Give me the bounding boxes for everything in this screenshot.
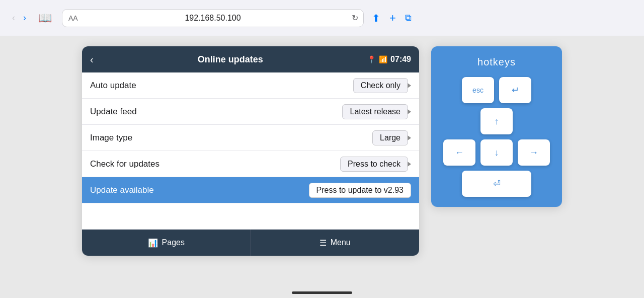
update-available-value-container: Press to update to v2.93 — [309, 183, 411, 198]
update-available-label: Update available — [90, 185, 154, 195]
right-key[interactable]: → — [518, 139, 550, 166]
space-icon: ⏎ — [493, 178, 501, 189]
enter-key[interactable]: ↵ — [499, 77, 531, 103]
image-type-label: Image type — [90, 133, 132, 143]
check-updates-row[interactable]: Check for updates Press to check — [82, 151, 419, 177]
left-icon: ← — [455, 147, 464, 158]
empty-row — [82, 203, 419, 230]
check-updates-value-container: Press to check — [340, 157, 411, 172]
menu-icon: ☰ — [319, 238, 327, 248]
esc-label: esc — [472, 86, 484, 94]
hotkeys-row-1: esc ↵ — [462, 77, 531, 103]
nav-buttons: ‹ › — [10, 11, 28, 25]
back-chevron-icon: ‹ — [90, 54, 94, 65]
bookmarks-icon[interactable]: 📖 — [38, 12, 52, 25]
down-icon: ↓ — [495, 147, 499, 158]
auto-update-label: Auto update — [90, 81, 136, 91]
auto-update-row[interactable]: Auto update Check only — [82, 72, 419, 99]
pages-button[interactable]: 📊 Pages — [82, 230, 251, 256]
hotkeys-panel: hotkeys esc ↵ ↑ — [431, 46, 562, 207]
auto-update-value: Check only — [353, 78, 408, 93]
auto-update-value-container: Check only — [353, 78, 411, 93]
url-text: 192.168.50.100 — [185, 14, 240, 23]
pages-label: Pages — [162, 238, 185, 247]
browser-chrome: ‹ › 📖 AA 192.168.50.100 ↻ ⬆ + ⧉ — [0, 0, 644, 36]
share-icon[interactable]: ⬆ — [372, 12, 380, 24]
menu-label: Menu — [331, 238, 351, 247]
tabs-icon[interactable]: ⧉ — [405, 13, 412, 23]
space-key[interactable]: ⏎ — [462, 171, 531, 197]
update-available-value: Press to update to v2.93 — [309, 183, 411, 198]
time-display: 07:49 — [390, 55, 411, 64]
aa-label[interactable]: AA — [68, 14, 78, 22]
device-title: Online updates — [198, 54, 263, 65]
enter-icon: ↵ — [512, 85, 519, 96]
reload-button[interactable]: ↻ — [352, 13, 358, 23]
image-type-arrow — [408, 135, 411, 140]
hotkeys-row-2: ↑ — [480, 108, 513, 134]
device-header: ‹ Online updates 📍 📶 07:49 — [82, 46, 419, 72]
back-button[interactable]: ‹ — [10, 11, 17, 25]
check-updates-label: Check for updates — [90, 159, 159, 169]
esc-key[interactable]: esc — [462, 77, 494, 103]
home-indicator — [292, 291, 352, 294]
auto-update-arrow — [408, 83, 411, 88]
settings-list: Auto update Check only Update feed Lates… — [82, 72, 419, 230]
image-type-row[interactable]: Image type Large — [82, 125, 419, 151]
image-type-value-container: Large — [372, 130, 411, 145]
status-icons: 📍 📶 07:49 — [367, 55, 411, 64]
update-feed-value: Latest release — [342, 104, 408, 119]
forward-button[interactable]: › — [21, 11, 28, 25]
down-key[interactable]: ↓ — [480, 139, 513, 166]
hotkeys-row-3: ← ↓ → — [443, 139, 550, 166]
update-feed-value-container: Latest release — [342, 104, 411, 119]
hotkeys-title: hotkeys — [477, 56, 516, 68]
image-type-value: Large — [372, 130, 408, 145]
address-bar[interactable]: AA 192.168.50.100 ↻ — [62, 9, 364, 27]
new-tab-icon[interactable]: + — [389, 12, 396, 25]
hotkeys-grid: esc ↵ ↑ ← — [439, 77, 554, 197]
pages-icon: 📊 — [148, 238, 158, 248]
right-icon: → — [529, 147, 538, 158]
device-back-button[interactable]: ‹ — [90, 54, 94, 65]
location-icon: 📍 — [367, 55, 376, 63]
up-key[interactable]: ↑ — [480, 108, 513, 134]
device-panel: ‹ Online updates 📍 📶 07:49 Auto update C… — [82, 46, 419, 256]
check-updates-arrow — [408, 162, 411, 167]
wifi-icon: 📶 — [379, 55, 387, 63]
device-footer: 📊 Pages ☰ Menu — [82, 230, 419, 256]
up-icon: ↑ — [495, 116, 499, 127]
left-key[interactable]: ← — [443, 139, 475, 166]
update-available-row[interactable]: Update available Press to update to v2.9… — [82, 177, 419, 203]
update-feed-arrow — [408, 109, 411, 114]
main-content: ‹ Online updates 📍 📶 07:49 Auto update C… — [0, 36, 644, 298]
hotkeys-row-4: ⏎ — [462, 171, 531, 197]
toolbar-actions: ⬆ + ⧉ — [372, 12, 412, 25]
menu-button[interactable]: ☰ Menu — [251, 230, 420, 256]
update-feed-label: Update feed — [90, 107, 137, 117]
update-feed-row[interactable]: Update feed Latest release — [82, 99, 419, 125]
check-updates-value: Press to check — [340, 157, 408, 172]
